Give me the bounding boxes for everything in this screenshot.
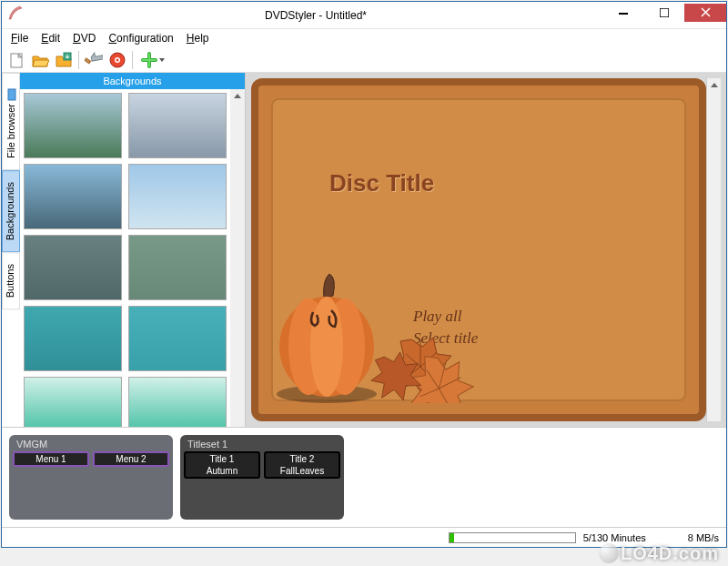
titleset1-label: Titleset 1 bbox=[184, 439, 340, 451]
settings-button[interactable] bbox=[83, 49, 105, 71]
preview-scrollbar[interactable] bbox=[706, 78, 721, 421]
minimize-button[interactable] bbox=[602, 4, 643, 22]
timeline-item-footer: FallLeaves bbox=[266, 465, 339, 477]
timeline-menu-item[interactable]: Menu 2 bbox=[93, 451, 169, 467]
timeline-item-label: Title 1 bbox=[186, 453, 258, 465]
svg-point-13 bbox=[310, 297, 343, 397]
main-area: File browser Backgrounds Buttons Backgro… bbox=[2, 73, 726, 427]
side-tabs: File browser Backgrounds Buttons bbox=[2, 73, 20, 427]
timeline-item-footer: Autumn bbox=[186, 465, 258, 477]
svg-rect-1 bbox=[660, 8, 669, 17]
menu-configuration[interactable]: Configuration bbox=[103, 32, 178, 45]
status-minutes: 5/130 Minutes bbox=[583, 532, 646, 543]
tab-file-browser-label: File browser bbox=[5, 104, 16, 158]
new-project-button[interactable] bbox=[5, 49, 27, 71]
statusbar: 5/130 Minutes 8 MB/s bbox=[2, 527, 726, 547]
panel-header: Backgrounds bbox=[20, 73, 245, 89]
toolbar-separator bbox=[132, 51, 133, 69]
background-thumb[interactable] bbox=[128, 164, 227, 229]
tab-backgrounds-label: Backgrounds bbox=[5, 182, 15, 240]
svg-rect-8 bbox=[8, 89, 15, 100]
progress-bar bbox=[449, 532, 576, 543]
maximize-button[interactable] bbox=[643, 4, 684, 22]
progress-fill bbox=[450, 533, 455, 542]
background-thumb[interactable] bbox=[128, 93, 227, 158]
timeline-item-label: Title 2 bbox=[266, 453, 339, 465]
timeline-item-label: Menu 2 bbox=[95, 453, 167, 465]
disc-title-text[interactable]: Disc Title bbox=[329, 169, 434, 197]
timeline-title-item[interactable]: Title 1 Autumn bbox=[184, 451, 260, 479]
toolbar bbox=[2, 47, 726, 73]
timeline-titleset1-group: Titleset 1 Title 1 AutumnTitle 2 FallLea… bbox=[180, 435, 344, 520]
save-project-button[interactable] bbox=[53, 49, 75, 71]
background-thumb[interactable] bbox=[24, 93, 122, 158]
burn-button[interactable] bbox=[106, 49, 128, 71]
tab-buttons[interactable]: Buttons bbox=[2, 252, 20, 309]
tab-buttons-label: Buttons bbox=[5, 264, 15, 298]
tab-backgrounds[interactable]: Backgrounds bbox=[2, 170, 20, 252]
svg-rect-4 bbox=[85, 57, 91, 63]
backgrounds-panel: Backgrounds bbox=[20, 73, 246, 427]
add-button[interactable] bbox=[136, 49, 169, 71]
app-window: DVDStyler - Untitled* File Edit DVD Conf… bbox=[1, 1, 727, 548]
menu-edit[interactable]: Edit bbox=[35, 32, 66, 45]
menubar: File Edit DVD Configuration Help bbox=[2, 29, 726, 47]
folder-icon bbox=[5, 88, 17, 101]
app-icon bbox=[7, 5, 29, 26]
backgrounds-grid bbox=[20, 89, 230, 446]
titlebar: DVDStyler - Untitled* bbox=[2, 2, 726, 29]
timeline-vmgm-group: VMGM Menu 1 Disc Title Menu 2 bbox=[9, 435, 173, 520]
close-button[interactable] bbox=[684, 4, 726, 22]
timeline-title-item[interactable]: Title 2 FallLeaves bbox=[264, 451, 340, 479]
menu-preview[interactable]: Disc Title Play all Select title bbox=[251, 78, 706, 421]
background-thumb[interactable] bbox=[24, 235, 122, 300]
menu-dvd[interactable]: DVD bbox=[67, 32, 101, 45]
timeline-menu-item[interactable]: Menu 1 Disc Title bbox=[13, 451, 89, 467]
tab-file-browser[interactable]: File browser bbox=[2, 73, 20, 170]
background-thumb[interactable] bbox=[128, 235, 227, 300]
vmgm-label: VMGM bbox=[13, 439, 169, 451]
preview-area: Disc Title Play all Select title bbox=[246, 73, 726, 427]
pumpkin-decoration bbox=[277, 239, 513, 403]
dvd-menu-background: Disc Title Play all Select title bbox=[251, 78, 706, 421]
timeline-item-label: Menu 1 bbox=[15, 453, 87, 465]
menu-help[interactable]: Help bbox=[181, 32, 215, 45]
background-thumb[interactable] bbox=[24, 306, 122, 371]
menu-file[interactable]: File bbox=[5, 32, 34, 45]
background-thumb[interactable] bbox=[128, 306, 227, 371]
timeline: VMGM Menu 1 Disc Title Menu 2 Titleset 1… bbox=[2, 427, 726, 527]
open-project-button[interactable] bbox=[29, 49, 51, 71]
background-thumb[interactable] bbox=[24, 164, 122, 229]
svg-point-7 bbox=[116, 58, 119, 61]
window-title: DVDStyler - Untitled* bbox=[29, 9, 602, 22]
status-bitrate: 8 MB/s bbox=[688, 532, 719, 543]
toolbar-separator bbox=[78, 51, 79, 69]
svg-rect-0 bbox=[619, 13, 628, 15]
scrollbar-vertical[interactable] bbox=[230, 89, 245, 446]
